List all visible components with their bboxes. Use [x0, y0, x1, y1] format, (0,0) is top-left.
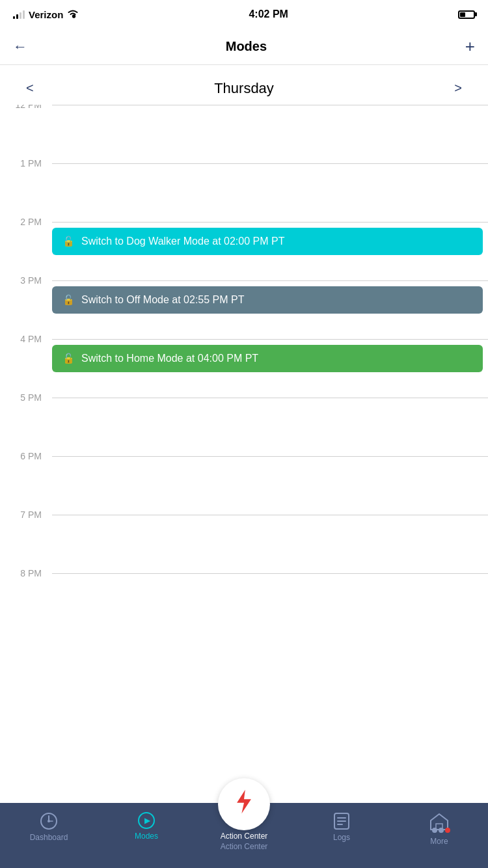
time-slot-5pm: 5 PM — [0, 398, 488, 456]
fab-button[interactable] — [218, 778, 270, 830]
battery-icon — [458, 10, 475, 19]
prev-day-button[interactable]: < — [20, 78, 40, 98]
time-label-2pm: 2 PM — [0, 217, 52, 227]
time-slot-7pm: 7 PM — [0, 515, 488, 573]
event-off-mode-text: Switch to Off Mode at 02:55 PM PT — [81, 294, 244, 306]
time-slot-12pm: 12 PM — [0, 105, 488, 163]
back-button[interactable]: ← — [13, 38, 27, 55]
time-slot-1pm: 1 PM — [0, 163, 488, 222]
event-off-mode[interactable]: 🔓 Switch to Off Mode at 02:55 PM PT — [52, 286, 483, 314]
lock-icon-off-mode: 🔓 — [62, 294, 75, 306]
time-line-4pm: 🔓 Switch to Home Mode at 04:00 PM PT — [52, 339, 488, 377]
more-badge — [429, 812, 449, 834]
nav-header: ← Modes + — [0, 29, 488, 65]
status-right — [458, 10, 475, 19]
svg-point-2 — [47, 820, 50, 822]
svg-marker-0 — [237, 789, 251, 813]
tab-modes-label: Modes — [135, 832, 158, 841]
time-line-5pm — [52, 398, 488, 398]
time-line-8pm — [52, 573, 488, 574]
time-line-7pm — [52, 515, 488, 515]
time-slot-8pm: 8 PM — [0, 573, 488, 632]
time-label-8pm: 8 PM — [0, 568, 52, 578]
time-label-1pm: 1 PM — [0, 158, 52, 169]
time-line-6pm — [52, 456, 488, 457]
tab-logs-label: Logs — [333, 833, 350, 842]
more-icon — [429, 812, 449, 834]
tab-logs[interactable]: Logs — [293, 809, 390, 842]
time-label-6pm: 6 PM — [0, 451, 52, 461]
signal-bars-icon — [13, 10, 25, 19]
time-line-3pm: 🔓 Switch to Off Mode at 02:55 PM PT — [52, 280, 488, 319]
tab-dashboard[interactable]: Dashboard — [0, 809, 98, 842]
lock-icon-dog-walker: 🔓 — [62, 236, 75, 247]
status-left: Verizon — [13, 9, 79, 20]
action-center-label: Action Center — [218, 832, 270, 841]
next-day-button[interactable]: > — [448, 78, 468, 98]
time-label-5pm: 5 PM — [0, 392, 52, 403]
wifi-icon — [67, 9, 79, 20]
time-label-12pm: 12 PM — [0, 105, 52, 110]
time-label-4pm: 4 PM — [0, 334, 52, 344]
tab-more[interactable]: More — [390, 809, 488, 846]
time-line-2pm: 🔓 Switch to Dog Walker Mode at 02:00 PM … — [52, 222, 488, 260]
lock-icon-home-mode: 🔓 — [62, 353, 75, 364]
dashboard-icon — [40, 812, 58, 830]
status-bar: Verizon 4:02 PM — [0, 0, 488, 29]
event-home-mode-text: Switch to Home Mode at 04:00 PM PT — [81, 353, 258, 364]
tab-modes[interactable]: ▶ Modes — [98, 809, 195, 841]
time-slot-4pm: 4 PM 🔓 Switch to Home Mode at 04:00 PM P… — [0, 339, 488, 398]
time-slot-3pm: 3 PM 🔓 Switch to Off Mode at 02:55 PM PT — [0, 280, 488, 339]
action-center-fab[interactable]: Action Center — [218, 778, 270, 841]
time-label-7pm: 7 PM — [0, 509, 52, 520]
time-slot-6pm: 6 PM — [0, 456, 488, 515]
tab-more-label: More — [430, 837, 448, 846]
add-button[interactable]: + — [465, 36, 475, 57]
status-time: 4:02 PM — [249, 8, 288, 20]
page-title: Modes — [226, 39, 267, 54]
carrier-label: Verizon — [29, 9, 63, 20]
modes-icon: ▶ — [138, 812, 155, 829]
time-label-3pm: 3 PM — [0, 275, 52, 286]
schedule-container: 12 PM 1 PM 2 PM 🔓 Switch to Dog Walker M… — [0, 105, 488, 804]
time-line-12pm — [52, 105, 488, 105]
tab-action-center-label: Action Center — [221, 842, 268, 851]
event-dog-walker-text: Switch to Dog Walker Mode at 02:00 PM PT — [81, 236, 284, 247]
time-slot-2pm: 2 PM 🔓 Switch to Dog Walker Mode at 02:0… — [0, 222, 488, 280]
logs-icon — [333, 812, 350, 830]
event-dog-walker[interactable]: 🔓 Switch to Dog Walker Mode at 02:00 PM … — [52, 228, 483, 255]
event-home-mode[interactable]: 🔓 Switch to Home Mode at 04:00 PM PT — [52, 345, 483, 372]
bolt-icon — [232, 789, 256, 821]
time-line-1pm — [52, 163, 488, 164]
current-day-label: Thursday — [214, 80, 274, 97]
day-navigation: < Thursday > — [0, 65, 488, 105]
tab-dashboard-label: Dashboard — [30, 833, 68, 842]
